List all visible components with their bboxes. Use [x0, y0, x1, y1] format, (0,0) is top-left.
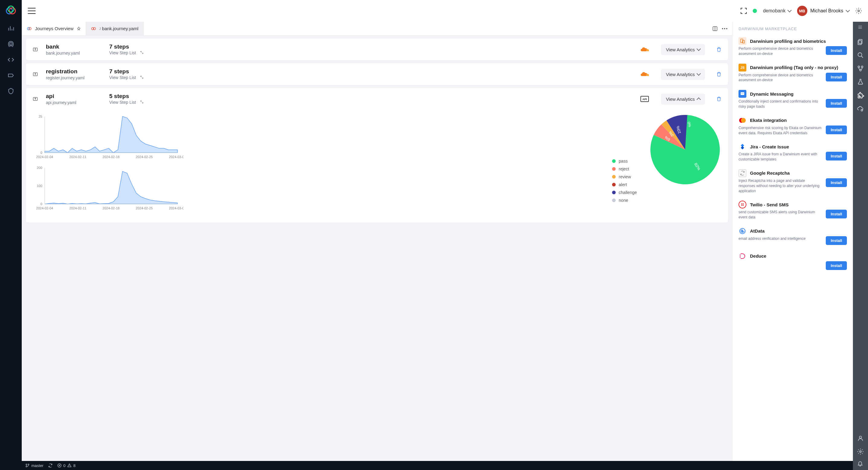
files-icon[interactable]: [857, 39, 864, 45]
svg-point-2: [8, 6, 14, 12]
journey-card: bank bank.journey.yaml 7 steps View Step…: [26, 39, 728, 60]
analytics-icon[interactable]: [7, 25, 14, 32]
fullscreen-icon[interactable]: [741, 8, 747, 14]
install-button[interactable]: Install: [826, 236, 847, 245]
marketplace-item-title: Twilio - Send SMS: [750, 202, 788, 207]
install-button[interactable]: Install: [826, 46, 847, 55]
statusbar: master 0 8: [22, 461, 853, 470]
svg-point-11: [726, 28, 727, 29]
cloudflare-icon: [641, 71, 649, 77]
journey-file: bank.journey.yaml: [46, 51, 103, 56]
chevron-icon: [696, 47, 701, 51]
marketplace-item-title: Darwinium profiling (Tag only - no proxy…: [750, 65, 838, 70]
install-button[interactable]: Install: [826, 125, 847, 134]
install-button[interactable]: Install: [826, 178, 847, 187]
install-button[interactable]: Install: [826, 99, 847, 108]
svg-text:200: 200: [37, 166, 42, 169]
tab-journeys-overview[interactable]: Journeys Overview: [22, 22, 86, 35]
tabs-bar: Journeys Overview J bank.journey.yaml: [22, 22, 732, 36]
marketplace-header: DARWINIUM MARKETPLACE: [733, 22, 853, 34]
svg-text:100: 100: [37, 184, 42, 188]
cloud-settings-icon[interactable]: [857, 105, 864, 112]
tab-bank-journey[interactable]: J bank.journey.yaml: [86, 22, 144, 35]
svg-point-3: [858, 10, 860, 12]
search-icon[interactable]: [857, 52, 864, 59]
split-icon[interactable]: [712, 26, 718, 31]
org-name: demobank: [763, 8, 785, 13]
svg-point-45: [743, 94, 743, 94]
logo-icon: [5, 5, 16, 16]
bell-icon[interactable]: [857, 460, 864, 467]
avatar: MB: [797, 6, 807, 16]
legend-item: challenge: [612, 190, 637, 195]
pin-icon[interactable]: [77, 27, 81, 31]
svg-point-63: [26, 464, 27, 465]
svg-point-44: [742, 94, 742, 94]
expand-icon: [140, 75, 144, 79]
sync-icon: [48, 463, 53, 468]
delete-button[interactable]: [716, 96, 721, 102]
install-button[interactable]: Install: [826, 152, 847, 160]
svg-text:2024-02-11: 2024-02-11: [69, 206, 86, 210]
code-icon[interactable]: [7, 56, 14, 63]
install-button[interactable]: Install: [826, 73, 847, 82]
org-selector[interactable]: demobank: [763, 8, 791, 13]
fingerprint-icon[interactable]: [7, 40, 14, 48]
expand-icon: [140, 100, 144, 104]
hamburger-icon[interactable]: [28, 8, 36, 14]
marketplace-item-title: Darwinium profiling and biometrics: [750, 39, 826, 44]
topbar: demobank MB Michael Brooks: [22, 0, 868, 22]
view-step-list[interactable]: View Step List: [109, 51, 144, 55]
open-journey-icon[interactable]: [33, 47, 40, 52]
status-indicator: [753, 9, 757, 13]
sidebar-right: [853, 22, 868, 470]
marketplace-item: Ekata integration Comprehensive risk sco…: [733, 114, 853, 140]
menu-icon[interactable]: [857, 25, 864, 32]
marketplace-item-desc: Inject Recaptcha into a page and validat…: [739, 178, 822, 193]
svg-point-5: [29, 27, 31, 30]
svg-point-62: [860, 451, 861, 452]
view-analytics-button[interactable]: View Analytics: [661, 69, 705, 80]
marketplace-item-desc: Perform comprehensive device and biometr…: [739, 73, 822, 83]
install-button[interactable]: Install: [826, 261, 847, 270]
shield-icon[interactable]: [7, 88, 14, 95]
gear-icon[interactable]: [857, 448, 864, 455]
marketplace-item-title: Ekata integration: [750, 118, 787, 123]
view-analytics-button[interactable]: View Analytics: [661, 94, 705, 105]
marketplace-item-title: Google Recaptcha: [750, 170, 790, 176]
view-step-list[interactable]: View Step List: [109, 100, 144, 105]
svg-point-51: [743, 205, 744, 206]
branch-indicator[interactable]: master: [25, 463, 43, 468]
legend-item: pass: [612, 159, 637, 163]
user-menu[interactable]: MB Michael Brooks: [797, 6, 849, 16]
journey-name: api: [46, 93, 103, 99]
svg-text:2024-02-25: 2024-02-25: [136, 155, 153, 159]
marketplace-item: Deduce Install: [733, 249, 853, 274]
settings-icon[interactable]: [855, 7, 862, 14]
svg-text:2024-02-18: 2024-02-18: [103, 155, 120, 159]
open-journey-icon[interactable]: [33, 71, 40, 77]
view-step-list[interactable]: View Step List: [109, 75, 144, 80]
sync-indicator[interactable]: [48, 463, 53, 468]
branch-name: master: [31, 463, 43, 468]
extensions-icon[interactable]: [857, 92, 864, 98]
open-journey-icon[interactable]: [33, 96, 40, 102]
flask-icon[interactable]: [857, 79, 864, 85]
svg-text:API: API: [643, 98, 647, 101]
svg-point-50: [741, 205, 742, 206]
delete-button[interactable]: [716, 47, 721, 52]
delete-button[interactable]: [716, 71, 721, 77]
problems-indicator[interactable]: 0 8: [57, 463, 75, 468]
analytics-panel: 0252024-02-042024-02-112024-02-182024-02…: [26, 110, 728, 223]
account-icon[interactable]: [857, 435, 864, 442]
tag-icon[interactable]: [7, 72, 14, 79]
view-analytics-button[interactable]: View Analytics: [661, 44, 705, 55]
svg-rect-55: [858, 40, 861, 45]
svg-point-49: [743, 203, 744, 205]
install-button[interactable]: Install: [826, 210, 847, 218]
marketplace-item-desc: Create a JIRA issue from a Darwinium eve…: [739, 152, 822, 162]
branch-icon[interactable]: [857, 65, 864, 72]
error-icon: [57, 463, 62, 468]
more-icon[interactable]: [722, 28, 727, 29]
chevron-icon: [696, 71, 701, 76]
